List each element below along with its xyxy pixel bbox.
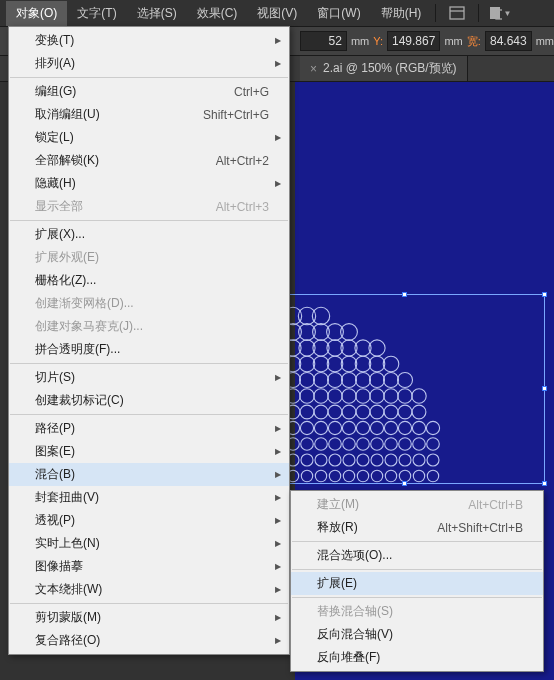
- menu-item-label: 锁定(L): [35, 129, 74, 146]
- menu-item-label: 实时上色(N): [35, 535, 100, 552]
- arrange-icon[interactable]: ▼: [489, 4, 511, 22]
- label-y: Y:: [373, 35, 383, 47]
- menu-item[interactable]: 混合(B): [9, 463, 289, 486]
- menu-window[interactable]: 窗口(W): [307, 1, 370, 26]
- menu-item-label: 路径(P): [35, 420, 75, 437]
- menu-item[interactable]: 扩展(E): [291, 572, 543, 595]
- handle-tr[interactable]: [542, 292, 547, 297]
- value-x[interactable]: 52: [300, 31, 347, 51]
- menu-item[interactable]: 复合路径(O): [9, 629, 289, 652]
- menu-item-label: 混合(B): [35, 466, 75, 483]
- menu-item: 显示全部Alt+Ctrl+3: [9, 195, 289, 218]
- object-menu: 变换(T)排列(A)编组(G)Ctrl+G取消编组(U)Shift+Ctrl+G…: [8, 26, 290, 655]
- menu-item-label: 反向堆叠(F): [317, 649, 380, 666]
- handle-tm[interactable]: [402, 292, 407, 297]
- menu-item: 创建对象马赛克(J)...: [9, 315, 289, 338]
- menu-shortcut: Shift+Ctrl+G: [203, 108, 269, 122]
- menu-item[interactable]: 实时上色(N): [9, 532, 289, 555]
- menu-item[interactable]: 封套扭曲(V): [9, 486, 289, 509]
- menu-item-label: 图案(E): [35, 443, 75, 460]
- unit-x: mm: [351, 35, 369, 47]
- menu-item[interactable]: 剪切蒙版(M): [9, 606, 289, 629]
- menu-type[interactable]: 文字(T): [67, 1, 126, 26]
- menu-separator: [292, 597, 542, 598]
- menu-view[interactable]: 视图(V): [247, 1, 307, 26]
- menu-item[interactable]: 排列(A): [9, 52, 289, 75]
- menu-item-label: 建立(M): [317, 496, 359, 513]
- menu-shortcut: Alt+Ctrl+3: [216, 200, 269, 214]
- close-icon[interactable]: ×: [310, 62, 317, 76]
- menu-item-label: 文本绕排(W): [35, 581, 102, 598]
- menu-item[interactable]: 释放(R)Alt+Shift+Ctrl+B: [291, 516, 543, 539]
- menu-item-label: 创建渐变网格(D)...: [35, 295, 134, 312]
- menu-effect[interactable]: 效果(C): [187, 1, 248, 26]
- menu-item[interactable]: 变换(T): [9, 29, 289, 52]
- menu-item-label: 透视(P): [35, 512, 75, 529]
- menu-item[interactable]: 编组(G)Ctrl+G: [9, 80, 289, 103]
- menu-item[interactable]: 图案(E): [9, 440, 289, 463]
- menu-item[interactable]: 创建裁切标记(C): [9, 389, 289, 412]
- menu-item-label: 替换混合轴(S): [317, 603, 393, 620]
- menu-item-label: 编组(G): [35, 83, 76, 100]
- menu-item-label: 扩展外观(E): [35, 249, 99, 266]
- handle-br[interactable]: [542, 481, 547, 486]
- workspace-icon[interactable]: [446, 4, 468, 22]
- handle-bm[interactable]: [402, 481, 407, 486]
- document-tab[interactable]: × 2.ai @ 150% (RGB/预览): [300, 55, 468, 81]
- unit-y: mm: [444, 35, 462, 47]
- menu-item[interactable]: 混合选项(O)...: [291, 544, 543, 567]
- menu-shortcut: Alt+Shift+Ctrl+B: [437, 521, 523, 535]
- menu-item-label: 反向混合轴(V): [317, 626, 393, 643]
- menu-item[interactable]: 路径(P): [9, 417, 289, 440]
- menu-item-label: 变换(T): [35, 32, 74, 49]
- label-w: 宽:: [467, 34, 481, 49]
- menu-item: 替换混合轴(S): [291, 600, 543, 623]
- svg-rect-0: [450, 7, 464, 19]
- value-y[interactable]: 149.867: [387, 31, 440, 51]
- menu-separator: [10, 414, 288, 415]
- menu-item-label: 栅格化(Z)...: [35, 272, 96, 289]
- menu-item-label: 排列(A): [35, 55, 75, 72]
- menu-item[interactable]: 反向堆叠(F): [291, 646, 543, 669]
- menu-shortcut: Alt+Ctrl+B: [468, 498, 523, 512]
- menu-item[interactable]: 栅格化(Z)...: [9, 269, 289, 292]
- value-w[interactable]: 84.643: [485, 31, 532, 51]
- menu-object[interactable]: 对象(O): [6, 1, 67, 26]
- menu-item: 扩展外观(E): [9, 246, 289, 269]
- menu-separator: [10, 363, 288, 364]
- menu-item-label: 隐藏(H): [35, 175, 76, 192]
- menu-item[interactable]: 取消编组(U)Shift+Ctrl+G: [9, 103, 289, 126]
- handle-mr[interactable]: [542, 386, 547, 391]
- menu-item-label: 全部解锁(K): [35, 152, 99, 169]
- menu-item[interactable]: 切片(S): [9, 366, 289, 389]
- menu-item[interactable]: 图像描摹: [9, 555, 289, 578]
- menu-item-label: 剪切蒙版(M): [35, 609, 101, 626]
- menu-separator: [10, 603, 288, 604]
- menu-shortcut: Ctrl+G: [234, 85, 269, 99]
- menu-item: 创建渐变网格(D)...: [9, 292, 289, 315]
- menu-select[interactable]: 选择(S): [127, 1, 187, 26]
- menu-item-label: 创建裁切标记(C): [35, 392, 124, 409]
- menu-item-label: 扩展(X)...: [35, 226, 85, 243]
- separator: [435, 4, 436, 22]
- menu-item[interactable]: 全部解锁(K)Alt+Ctrl+2: [9, 149, 289, 172]
- menu-item-label: 扩展(E): [317, 575, 357, 592]
- menu-item[interactable]: 隐藏(H): [9, 172, 289, 195]
- menu-help[interactable]: 帮助(H): [371, 1, 432, 26]
- menu-item[interactable]: 文本绕排(W): [9, 578, 289, 601]
- menu-item[interactable]: 锁定(L): [9, 126, 289, 149]
- menu-item[interactable]: 拼合透明度(F)...: [9, 338, 289, 361]
- menu-item[interactable]: 透视(P): [9, 509, 289, 532]
- menu-item-label: 释放(R): [317, 519, 358, 536]
- menu-shortcut: Alt+Ctrl+2: [216, 154, 269, 168]
- menu-item[interactable]: 扩展(X)...: [9, 223, 289, 246]
- menu-item-label: 取消编组(U): [35, 106, 100, 123]
- menu-item-label: 切片(S): [35, 369, 75, 386]
- menu-separator: [10, 77, 288, 78]
- tab-title: 2.ai @ 150% (RGB/预览): [323, 60, 457, 77]
- menu-item-label: 显示全部: [35, 198, 83, 215]
- menu-item-label: 复合路径(O): [35, 632, 100, 649]
- menu-item[interactable]: 反向混合轴(V): [291, 623, 543, 646]
- unit-w: mm: [536, 35, 554, 47]
- menu-separator: [10, 220, 288, 221]
